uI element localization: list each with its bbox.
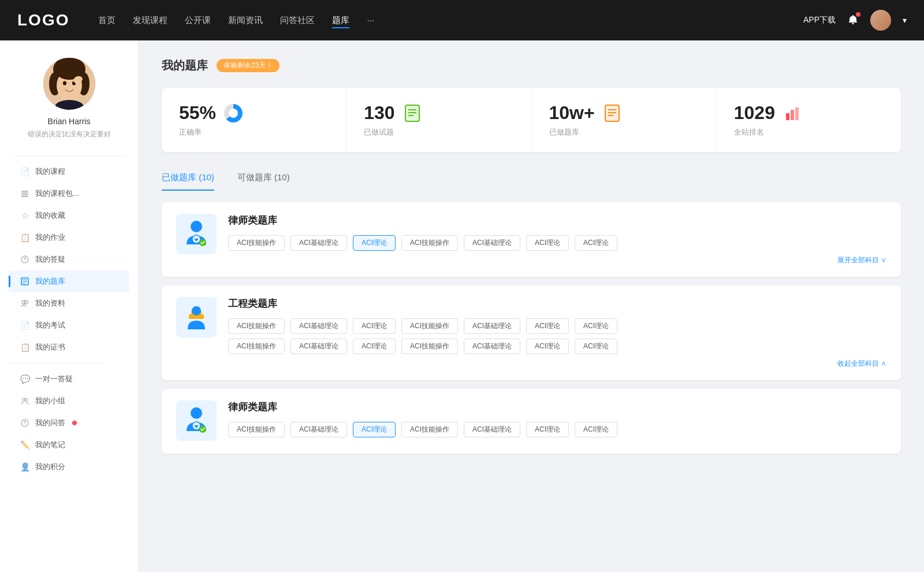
- tab-available-banks[interactable]: 可做题库 (10): [237, 166, 301, 190]
- question-bank-icon: [20, 277, 29, 286]
- sidebar-item-qa[interactable]: 我的答疑: [9, 248, 129, 270]
- svg-point-6: [63, 81, 66, 86]
- sidebar-item-course[interactable]: 📄 我的课程: [9, 161, 129, 183]
- avatar-portrait: [43, 58, 95, 110]
- navbar: LOGO 首页 发现课程 公开课 新闻资讯 问答社区 题库 ··· APP下载 …: [0, 0, 924, 40]
- svg-point-44: [192, 306, 201, 315]
- bank-content-lawyer-2: 律师类题库 ACI技能操作 ACI基础理论 ACI理论 ACI技能操作 ACI基…: [228, 400, 886, 442]
- star-icon: ☆: [20, 211, 29, 220]
- tag-eng-r2-1[interactable]: ACI基础理论: [290, 339, 347, 354]
- stats-row: 55% 正确率 130: [162, 88, 901, 152]
- tag-lawyer-1-5[interactable]: ACI理论: [526, 235, 569, 251]
- bank-title-engineer: 工程类题库: [228, 297, 886, 310]
- tag-lawyer-1-1[interactable]: ACI基础理论: [290, 235, 347, 251]
- svg-rect-13: [21, 194, 28, 195]
- homework-icon: 📋: [20, 233, 29, 242]
- tag-eng-4[interactable]: ACI基础理论: [464, 318, 520, 334]
- sidebar-item-favorites[interactable]: ☆ 我的收藏: [9, 205, 129, 226]
- stat-done-value: 130: [364, 102, 394, 124]
- notification-bell[interactable]: [847, 14, 859, 27]
- sidebar-item-group[interactable]: 我的小组: [9, 390, 129, 412]
- sidebar: Brian Harris 错误的决定比没有决定要好 📄 我的课程 我的课程包..…: [0, 40, 139, 572]
- qa-badge-dot: [72, 421, 77, 425]
- nav-right: APP下载 ▾: [803, 10, 907, 31]
- nav-discover[interactable]: 发现课程: [133, 13, 167, 28]
- page-layout: Brian Harris 错误的决定比没有决定要好 📄 我的课程 我的课程包..…: [0, 40, 924, 572]
- svg-rect-14: [21, 196, 28, 197]
- nav-home[interactable]: 首页: [98, 13, 116, 28]
- sidebar-item-my-qa[interactable]: 我的问答: [9, 412, 129, 434]
- bank-card-engineer: 工程类题库 ACI技能操作 ACI基础理论 ACI理论 ACI技能操作 ACI基…: [162, 285, 901, 380]
- stat-accuracy-label: 正确率: [179, 127, 329, 138]
- app-download-link[interactable]: APP下载: [803, 15, 836, 25]
- tag-lawyer-2-2[interactable]: ACI理论: [353, 422, 396, 437]
- tag-eng-5[interactable]: ACI理论: [526, 318, 569, 334]
- lawyer-icon-wrap-1: [176, 214, 217, 254]
- nav-news[interactable]: 新闻资讯: [228, 13, 263, 28]
- bank-card-lawyer-1: 律师类题库 ACI技能操作 ACI基础理论 ACI理论 ACI技能操作 ACI基…: [162, 202, 901, 277]
- tag-lawyer-2-0[interactable]: ACI技能操作: [228, 422, 285, 437]
- svg-rect-11: [21, 191, 28, 192]
- pie-chart-icon: [223, 103, 244, 124]
- tag-eng-0[interactable]: ACI技能操作: [228, 318, 285, 334]
- sidebar-item-notes[interactable]: ✏️ 我的笔记: [9, 434, 129, 456]
- tab-done-banks[interactable]: 已做题库 (10): [162, 166, 226, 190]
- expand-link-lawyer-1[interactable]: 展开全部科目 ∨: [228, 255, 886, 265]
- tabs-row: 已做题库 (10) 可做题库 (10): [162, 166, 901, 191]
- tag-lawyer-2-4[interactable]: ACI基础理论: [464, 422, 520, 437]
- document-green-icon: [403, 104, 422, 122]
- collapse-link-engineer[interactable]: 收起全部科目 ∧: [228, 359, 886, 369]
- tag-eng-r2-5[interactable]: ACI理论: [526, 339, 569, 354]
- nav-open-course[interactable]: 公开课: [185, 13, 211, 28]
- trial-badge: 体验剩余23天！: [217, 59, 280, 72]
- bank-title-lawyer-1: 律师类题库: [228, 214, 886, 227]
- tag-eng-r2-0[interactable]: ACI技能操作: [228, 339, 285, 354]
- tag-lawyer-1-2[interactable]: ACI理论: [353, 235, 396, 251]
- sidebar-item-course-package[interactable]: 我的课程包...: [9, 183, 129, 205]
- bank-card-lawyer-2-top: 律师类题库 ACI技能操作 ACI基础理论 ACI理论 ACI技能操作 ACI基…: [176, 400, 886, 442]
- tag-lawyer-1-4[interactable]: ACI基础理论: [464, 235, 520, 251]
- svg-rect-38: [791, 110, 794, 120]
- nav-dropdown-arrow[interactable]: ▾: [903, 16, 907, 25]
- tag-lawyer-2-3[interactable]: ACI技能操作: [401, 422, 458, 437]
- nav-qa[interactable]: 问答社区: [280, 13, 315, 28]
- tag-lawyer-1-0[interactable]: ACI技能操作: [228, 235, 285, 251]
- sidebar-item-1on1[interactable]: 💬 一对一答疑: [9, 368, 129, 390]
- bank-content-lawyer-1: 律师类题库 ACI技能操作 ACI基础理论 ACI理论 ACI技能操作 ACI基…: [228, 214, 886, 265]
- tag-eng-r2-4[interactable]: ACI基础理论: [464, 339, 520, 354]
- sidebar-item-points[interactable]: 👤 我的积分: [9, 456, 129, 478]
- sidebar-item-question-bank[interactable]: 我的题库: [9, 270, 129, 292]
- tag-eng-3[interactable]: ACI技能操作: [401, 318, 458, 334]
- tag-lawyer-2-5[interactable]: ACI理论: [526, 422, 569, 437]
- svg-point-40: [191, 221, 202, 232]
- tag-lawyer-1-3[interactable]: ACI技能操作: [401, 235, 458, 251]
- tag-eng-r2-2[interactable]: ACI理论: [353, 339, 396, 354]
- my-qa-icon: [20, 418, 29, 428]
- tag-eng-6[interactable]: ACI理论: [575, 318, 617, 334]
- tag-eng-1[interactable]: ACI基础理论: [290, 318, 347, 334]
- logo[interactable]: LOGO: [17, 11, 69, 29]
- user-avatar[interactable]: [870, 10, 891, 31]
- bar-chart-icon: [783, 104, 802, 122]
- stat-banks-top: 10w+: [549, 102, 699, 124]
- tag-eng-r2-3[interactable]: ACI技能操作: [401, 339, 458, 354]
- sidebar-item-certificate[interactable]: 📋 我的证书: [9, 336, 129, 358]
- bank-content-engineer: 工程类题库 ACI技能操作 ACI基础理论 ACI理论 ACI技能操作 ACI基…: [228, 297, 886, 369]
- tag-eng-r2-6[interactable]: ACI理论: [575, 339, 617, 354]
- svg-point-45: [191, 407, 202, 419]
- notes-icon: ✏️: [20, 440, 29, 450]
- tag-eng-2[interactable]: ACI理论: [353, 318, 396, 334]
- sidebar-item-materials[interactable]: 我的资料: [9, 292, 129, 314]
- sidebar-item-exam[interactable]: 📄 我的考试: [9, 314, 129, 336]
- nav-question-bank[interactable]: 题库: [332, 13, 349, 28]
- bank-tags-engineer-row2: ACI技能操作 ACI基础理论 ACI理论 ACI技能操作 ACI基础理论 AC…: [228, 339, 886, 354]
- sidebar-avatar: [43, 58, 95, 110]
- course-icon: 📄: [20, 167, 29, 176]
- sidebar-item-homework[interactable]: 📋 我的作业: [9, 226, 129, 248]
- svg-point-26: [229, 109, 238, 118]
- tag-lawyer-2-1[interactable]: ACI基础理论: [290, 422, 347, 437]
- tag-lawyer-1-6[interactable]: ACI理论: [575, 235, 617, 251]
- nav-more[interactable]: ···: [367, 13, 374, 28]
- tag-lawyer-2-6[interactable]: ACI理论: [575, 422, 617, 437]
- main-content: 我的题库 体验剩余23天！ 55%: [139, 40, 924, 572]
